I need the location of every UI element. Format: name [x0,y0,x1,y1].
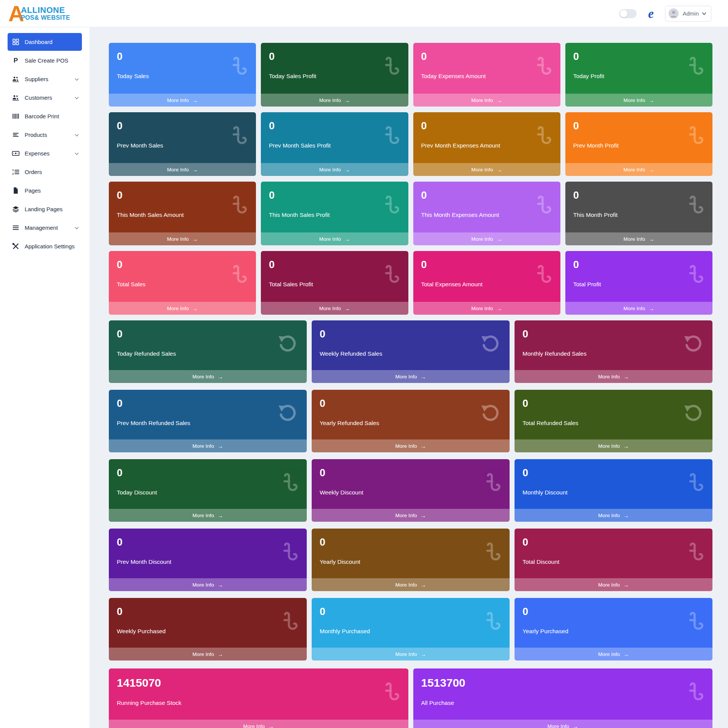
card-grid-4col: 0Today SalesMore Info→0Today Sales Profi… [109,43,712,315]
arrow-right-icon: → [420,374,426,380]
stat-value: 0 [117,537,299,548]
dashboard-content: 0Today SalesMore Info→0Today Sales Profi… [90,27,728,728]
stat-card-body: 0Total Expenses Amount [413,251,560,302]
sidebar-item-pages[interactable]: Pages [8,182,82,199]
more-info-link[interactable]: More Info→ [109,163,256,176]
more-info-link[interactable]: More Info→ [413,720,713,728]
taka-currency-icon [687,681,703,705]
more-info-link[interactable]: More Info→ [261,232,408,245]
svg-text:2: 2 [12,173,14,175]
stat-card-body: 0This Month Sales Amount [109,182,256,232]
stat-card-today-expenses-amount: 0Today Expenses AmountMore Info→ [413,43,560,107]
sidebar-item-sale-create-pos[interactable]: PSale Create POS [8,52,82,69]
stat-label: Prev Month Sales [117,142,248,149]
stat-label: Today Discount [117,489,299,496]
stat-card-body: 0This Month Sales Profit [261,182,408,232]
arrow-right-icon: → [648,306,654,311]
sidebar-item-expenses[interactable]: Expenses [8,144,82,162]
more-info-link[interactable]: More Info→ [261,94,408,107]
more-info-link[interactable]: More Info→ [109,370,307,383]
more-info-link[interactable]: More Info→ [413,232,560,245]
taka-currency-icon [484,472,500,496]
sidebar-item-application-settings[interactable]: Application Settings [8,237,82,255]
more-info-link[interactable]: More Info→ [261,302,408,315]
more-info-label: More Info [623,97,645,103]
stat-card-prev-month-sales: 0Prev Month SalesMore Info→ [109,112,256,176]
more-info-link[interactable]: More Info→ [413,94,560,107]
arrow-right-icon: → [192,306,198,311]
more-info-link[interactable]: More Info→ [109,94,256,107]
user-menu[interactable]: Admin [665,6,711,22]
taka-currency-icon [230,125,247,149]
undo-icon [683,333,703,354]
more-info-link[interactable]: More Info→ [565,302,712,315]
undo-icon [277,403,298,423]
browser-icon[interactable]: e [648,7,654,20]
more-info-label: More Info [598,651,620,657]
more-info-link[interactable]: More Info→ [565,163,712,176]
stat-label: All Purchase [421,700,705,706]
theme-toggle[interactable] [619,9,637,18]
stat-value: 0 [421,120,553,132]
taka-currency-icon [281,611,298,634]
arrow-right-icon: → [623,443,629,449]
more-info-link[interactable]: More Info→ [109,578,307,591]
stat-card-body: 0Total Profit [565,251,712,302]
more-info-link[interactable]: More Info→ [312,578,510,591]
sidebar-item-orders[interactable]: 12Orders [8,163,82,181]
more-info-link[interactable]: More Info→ [515,578,712,591]
sidebar-item-label: Application Settings [25,243,75,249]
more-info-link[interactable]: More Info→ [515,648,712,661]
more-info-link[interactable]: More Info→ [109,509,307,522]
more-info-link[interactable]: More Info→ [413,302,560,315]
more-info-link[interactable]: More Info→ [312,509,510,522]
stat-card-monthly-purchased: 0Monthly PurchasedMore Info→ [312,598,510,661]
more-info-link[interactable]: More Info→ [515,509,712,522]
more-info-link[interactable]: More Info→ [565,232,712,245]
more-info-link[interactable]: More Info→ [109,648,307,661]
stat-card-body: 0Yearly Refunded Sales [312,390,510,439]
more-info-link[interactable]: More Info→ [261,163,408,176]
more-info-link[interactable]: More Info→ [109,720,408,728]
more-info-link[interactable]: More Info→ [312,370,510,383]
stat-label: Today Expenses Amount [421,73,553,80]
stat-card-body: 0Monthly Purchased [312,598,510,648]
stat-card-total-sales: 0Total SalesMore Info→ [109,251,256,315]
stat-card-this-month-sales-amount: 0This Month Sales AmountMore Info→ [109,182,256,245]
stat-card-body: 0Monthly Refunded Sales [515,320,712,370]
taka-currency-icon [281,472,298,496]
more-info-link[interactable]: More Info→ [109,302,256,315]
stat-card-prev-month-refunded-sales: 0Prev Month Refunded SalesMore Info→ [109,390,307,452]
more-info-link[interactable]: More Info→ [109,232,256,245]
more-info-link[interactable]: More Info→ [515,370,712,383]
sidebar-item-management[interactable]: Management [8,219,82,237]
sidebar-item-dashboard[interactable]: Dashboard [8,33,82,51]
more-info-label: More Info [192,582,214,588]
taka-currency-icon [484,541,500,565]
more-info-label: More Info [598,513,620,518]
more-info-link[interactable]: More Info→ [515,439,712,452]
taka-currency-icon [230,56,247,79]
more-info-link[interactable]: More Info→ [312,648,510,661]
stat-card-weekly-purchased: 0Weekly PurchasedMore Info→ [109,598,307,661]
more-info-label: More Info [243,723,265,728]
more-info-label: More Info [471,97,493,103]
stat-label: Total Profit [573,281,705,288]
stat-label: Today Profit [573,73,705,80]
sidebar-item-barcode-print[interactable]: Barcode Print [8,107,82,125]
more-info-link[interactable]: More Info→ [109,439,307,452]
more-info-link[interactable]: More Info→ [565,94,712,107]
more-info-link[interactable]: More Info→ [312,439,510,452]
dashboard-icon [12,38,20,46]
stat-label: Weekly Discount [320,489,502,496]
stat-card-yearly-refunded-sales: 0Yearly Refunded SalesMore Info→ [312,390,510,452]
more-info-link[interactable]: More Info→ [413,163,560,176]
stat-card-body: 0Prev Month Expenses Amount [413,112,560,163]
sidebar-item-suppliers[interactable]: Suppliers [8,70,82,88]
logo-line1: ALLINONE [21,6,70,14]
sidebar-item-products[interactable]: Products [8,126,82,144]
more-info-label: More Info [192,651,214,657]
more-info-label: More Info [395,651,417,657]
sidebar-item-customers[interactable]: Customers [8,89,82,107]
sidebar-item-landing-pages[interactable]: Landing Pages [8,200,82,218]
